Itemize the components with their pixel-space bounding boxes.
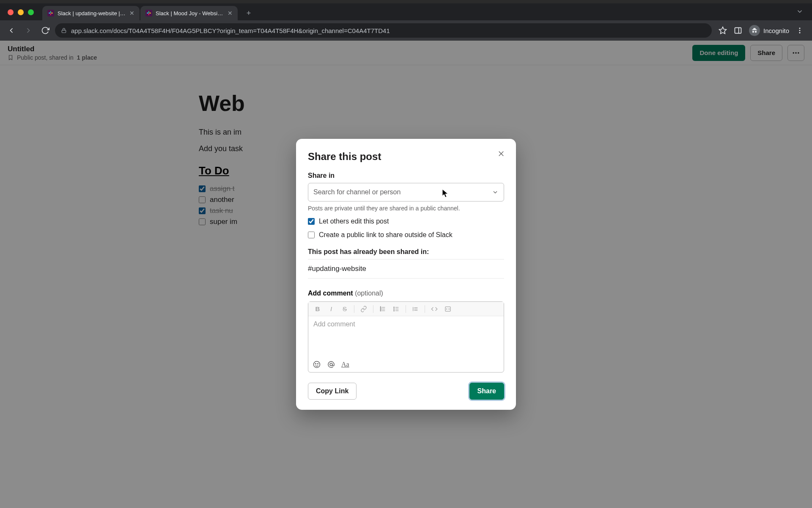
already-shared-label: This post has already been shared in: — [308, 248, 504, 260]
svg-rect-10 — [62, 30, 66, 33]
slack-favicon-icon — [47, 10, 54, 17]
slack-favicon-icon — [145, 10, 152, 17]
svg-text:3: 3 — [380, 309, 381, 312]
add-comment-label: Add comment (optional) — [308, 290, 504, 297]
svg-point-41 — [318, 364, 318, 364]
mac-traffic-lights — [8, 9, 34, 15]
svg-rect-3 — [50, 11, 51, 13]
share-in-label: Share in — [308, 172, 504, 179]
tab-close-icon[interactable]: ✕ — [228, 10, 233, 17]
comment-textarea[interactable]: Add comment — [308, 316, 504, 357]
slack-canvas-page: Untitled Public post, shared in 1 place … — [0, 41, 812, 508]
svg-rect-5 — [145, 10, 152, 17]
editor-toolbar: B I S 123 — [308, 302, 504, 316]
mac-minimize-button[interactable] — [18, 9, 24, 15]
checkbox-input[interactable] — [308, 232, 315, 238]
incognito-icon — [749, 25, 760, 36]
side-panel-icon[interactable] — [734, 26, 742, 35]
combobox-placeholder: Search for channel or person — [313, 188, 401, 196]
url-text: app.slack.com/docs/T04A4T58F4H/F04AG5PLB… — [71, 27, 390, 34]
incognito-indicator[interactable]: Incognito — [749, 25, 789, 36]
svg-rect-2 — [51, 13, 53, 14]
svg-rect-12 — [735, 28, 741, 33]
tab-title: Slack | Mood Joy - Website Re… — [156, 10, 224, 17]
bookmark-star-icon[interactable] — [719, 26, 727, 35]
checkbox-input[interactable] — [308, 218, 315, 225]
share-help-text: Posts are private until they are shared … — [308, 205, 504, 212]
svg-rect-1 — [49, 13, 50, 14]
italic-button[interactable]: I — [325, 304, 337, 315]
browser-toolbar: app.slack.com/docs/T04A4T58F4H/F04AG5PLB… — [0, 20, 812, 41]
svg-rect-8 — [148, 11, 149, 13]
strike-button[interactable]: S — [339, 304, 351, 315]
svg-point-39 — [314, 362, 320, 368]
comment-editor: B I S 123 Add comment Aa — [308, 301, 504, 373]
svg-marker-11 — [719, 27, 727, 34]
browser-tabstrip: Slack | updating-website | Mood… ✕ Slack… — [0, 3, 812, 20]
svg-point-32 — [394, 309, 395, 309]
bullet-list-button[interactable] — [390, 304, 402, 315]
emoji-button[interactable] — [313, 360, 321, 369]
reload-button[interactable] — [38, 23, 52, 38]
formatting-toggle-button[interactable]: Aa — [341, 361, 349, 368]
chevron-down-icon — [492, 189, 499, 196]
new-tab-button[interactable]: + — [243, 7, 255, 19]
browser-tab[interactable]: Slack | updating-website | Mood… ✕ — [42, 6, 140, 20]
close-button[interactable] — [494, 146, 508, 161]
lock-icon — [61, 28, 67, 33]
svg-point-14 — [799, 28, 801, 29]
link-button[interactable] — [358, 304, 370, 315]
incognito-label: Incognito — [763, 27, 789, 34]
browser-tab[interactable]: Slack | Mood Joy - Website Re… ✕ — [140, 6, 238, 20]
mention-button[interactable] — [327, 360, 335, 369]
ordered-list-button[interactable]: 123 — [377, 304, 389, 315]
mac-zoom-button[interactable] — [28, 9, 34, 15]
modal-title: Share this post — [308, 151, 504, 163]
blockquote-button[interactable] — [409, 304, 421, 315]
svg-rect-4 — [50, 14, 51, 15]
mouse-cursor-icon — [442, 189, 449, 198]
forward-button[interactable] — [21, 23, 36, 38]
share-in-combobox[interactable]: Search for channel or person — [308, 183, 504, 202]
svg-point-42 — [330, 363, 332, 366]
svg-rect-9 — [148, 14, 149, 15]
bold-button[interactable]: B — [312, 304, 324, 315]
code-block-button[interactable] — [442, 304, 454, 315]
let-others-edit-checkbox[interactable]: Let others edit this post — [308, 218, 504, 225]
shared-channel-item[interactable]: #updating-website — [308, 260, 504, 279]
svg-rect-0 — [47, 10, 54, 17]
share-post-modal: Share this post Share in Search for chan… — [296, 139, 516, 410]
tabs-dropdown-icon[interactable] — [796, 8, 804, 15]
public-link-checkbox[interactable]: Create a public link to share outside of… — [308, 231, 504, 239]
svg-point-16 — [799, 32, 801, 33]
tab-close-icon[interactable]: ✕ — [129, 10, 134, 17]
checkbox-label: Let others edit this post — [319, 218, 389, 225]
copy-link-button[interactable]: Copy Link — [308, 383, 357, 400]
svg-rect-6 — [147, 13, 148, 14]
tab-title: Slack | updating-website | Mood… — [58, 10, 126, 17]
code-button[interactable] — [428, 304, 440, 315]
svg-point-33 — [394, 310, 395, 311]
back-button[interactable] — [4, 23, 19, 38]
svg-point-15 — [799, 30, 801, 31]
share-submit-button[interactable]: Share — [469, 383, 504, 400]
svg-rect-7 — [149, 13, 151, 14]
checkbox-label: Create a public link to share outside of… — [319, 231, 453, 239]
svg-point-40 — [315, 364, 316, 364]
svg-point-31 — [394, 307, 395, 308]
address-bar[interactable]: app.slack.com/docs/T04A4T58F4H/F04AG5PLB… — [55, 23, 712, 38]
mac-close-button[interactable] — [8, 9, 14, 15]
browser-menu-icon[interactable] — [796, 27, 804, 34]
